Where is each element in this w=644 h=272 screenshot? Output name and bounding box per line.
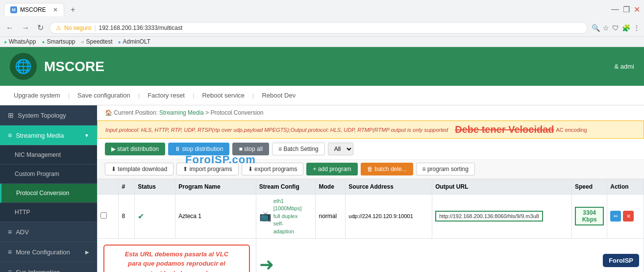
stream-icon: 📺	[259, 210, 272, 222]
start-distribution-button[interactable]: ▶ start distribution	[105, 143, 165, 155]
tab-favicon: M	[10, 6, 17, 13]
row-1-source: udp://224.120.120.9:10001	[346, 195, 432, 239]
url-annotation-text: Esta URL debemos pasarla al VLCpara que …	[103, 245, 250, 272]
maximize-button[interactable]: ❐	[623, 5, 630, 14]
col-speed: Speed	[572, 179, 607, 195]
shield-icon[interactable]: 🛡	[612, 24, 619, 32]
app-logo: 🌐	[10, 53, 37, 80]
adv-icon: ≡	[8, 228, 12, 236]
sidebar-item-http[interactable]: HTTP	[0, 203, 97, 222]
nav-reboot-dev[interactable]: Reboot Dev	[258, 90, 299, 101]
col-status: Status	[135, 179, 175, 195]
col-id: #	[119, 179, 135, 195]
arrow-right-icon: ➜	[259, 254, 274, 272]
row-1-delete-button[interactable]: ✕	[623, 211, 634, 222]
address-bar[interactable]: ⚠ No seguro | 192.168.200.136:3333/multi…	[50, 22, 588, 34]
security-label: No seguro	[64, 25, 91, 31]
main-layout: ⊞ System Topology ≡ Streaming Media ▼ NI…	[0, 105, 644, 272]
forward-button[interactable]: →	[20, 22, 31, 34]
search-icon[interactable]: 🔍	[592, 24, 600, 32]
url-text: 192.168.200.136:3333/multicast	[99, 25, 183, 31]
bookmark-whatsapp-label: WhatsApp	[9, 38, 36, 45]
more-icon[interactable]: ⋮	[633, 24, 640, 32]
more-config-icon: ≡	[8, 248, 12, 256]
sidebar-item-more-config[interactable]: ≡ More Configuration ▶	[0, 242, 97, 262]
browser-toolbar-icons: 🔍 ☆ 🛡 🧩 ⋮	[592, 24, 640, 32]
nav-save[interactable]: Save configuration	[74, 90, 134, 101]
extension-icon[interactable]: 🧩	[622, 24, 630, 32]
arrow-container: ➜	[259, 252, 641, 272]
nav-reboot[interactable]: Reboot service	[198, 90, 248, 101]
action-bar-2: ⬇ template download ⬆ import programs ⬇ …	[97, 160, 644, 179]
minimize-button[interactable]: —	[611, 5, 619, 14]
warning-text: Input protocol: HLS, HTTP, RTP, UDP, RTS…	[105, 127, 448, 133]
warning-bar: Input protocol: HLS, HTTP, RTP, UDP, RTS…	[97, 121, 644, 139]
row-1-edit-button[interactable]: ✏	[610, 211, 621, 222]
refresh-button[interactable]: ↻	[35, 21, 46, 34]
bookmark-speedtest-label: Speedtest	[86, 38, 113, 45]
close-button[interactable]: ✕	[634, 5, 640, 14]
sidebar-item-system-topology[interactable]: ⊞ System Topology	[0, 105, 97, 125]
row-1-program-name: Azteca 1	[175, 195, 256, 239]
program-sorting-button[interactable]: ≡ program sorting	[416, 163, 475, 175]
smartsupp-icon: ●	[42, 39, 45, 45]
sidebar: ⊞ System Topology ≡ Streaming Media ▼ NI…	[0, 105, 97, 272]
row-1-id: 8	[119, 195, 135, 239]
sidebar-label-http: HTTP	[15, 209, 30, 216]
col-mode: Mode	[316, 179, 346, 195]
sidebar-label-custom: Custom Program	[15, 171, 59, 177]
warning-suffix: AC encoding	[556, 127, 587, 133]
nav-factory[interactable]: Factory reset	[144, 90, 189, 101]
sidebar-item-nic-management[interactable]: NIC Management	[0, 146, 97, 165]
sidebar-item-custom-program[interactable]: Custom Program	[0, 165, 97, 184]
row-1-checkbox[interactable]	[100, 212, 107, 219]
nav-upgrade[interactable]: Upgrade system	[10, 90, 64, 101]
add-program-button[interactable]: + add program	[306, 163, 357, 175]
row-1-output-url: http://192.168.200.136:8060/hls/9/9.m3u8	[432, 195, 572, 239]
sidebar-item-protocol-conversion[interactable]: Protocol Conversion	[0, 184, 97, 203]
programs-table-container: # Status Program Name Stream Config Mode…	[97, 179, 644, 272]
row-1-speed: 3304 Kbps	[572, 195, 607, 239]
batch-delete-button[interactable]: 🗑 batch dele...	[361, 163, 413, 175]
bookmarks-bar: ● WhatsApp ● Smartsupp ○ Speedtest ▸ Adm…	[0, 36, 644, 47]
breadcrumb-streaming[interactable]: Streaming Media	[159, 109, 204, 116]
sys-info-icon: ≡	[8, 268, 12, 272]
bookmark-whatsapp[interactable]: ● WhatsApp	[4, 38, 36, 45]
new-tab-button[interactable]: +	[67, 4, 79, 16]
stop-all-button[interactable]: ■ stop all	[232, 143, 269, 155]
stop-distribution-button[interactable]: ⏸ stop distribution	[168, 143, 229, 155]
back-button[interactable]: ←	[4, 22, 16, 34]
batch-setting-button[interactable]: ≡ Batch Setting	[272, 143, 325, 155]
row-1-status: ✔	[138, 212, 144, 221]
speed-value: 3304	[579, 209, 600, 216]
bookmark-smartsupp[interactable]: ● Smartsupp	[42, 38, 75, 45]
site-watermark: ForoISP	[603, 254, 639, 267]
template-download-button[interactable]: ⬇ template download	[105, 163, 173, 175]
bookmark-adminolt[interactable]: ▸ AdminOLT	[119, 38, 150, 45]
address-separator: |	[94, 25, 96, 31]
app-header: 🌐 MSCORE & admi	[0, 47, 644, 86]
speed-unit: Kbps	[579, 216, 600, 223]
active-tab[interactable]: M MSCORE ✕	[4, 3, 64, 16]
filter-select[interactable]: All	[328, 143, 353, 155]
star-icon[interactable]: ☆	[603, 24, 609, 32]
tab-title: MSCORE	[20, 6, 46, 13]
row-1-speed-highlight: 3304 Kbps	[575, 207, 604, 225]
eth-speed: [1000Mbps]	[273, 205, 301, 212]
row-1-stream-config: 📺 eth1 [1000Mbps] full duplex self- adap…	[256, 195, 316, 239]
row-1-mode: normal	[316, 195, 346, 239]
sidebar-item-sys-information[interactable]: ≡ Sys Information	[0, 262, 97, 272]
sidebar-item-adv[interactable]: ≡ ADV	[0, 222, 97, 242]
import-programs-button[interactable]: ⬆ import programs	[176, 163, 239, 175]
bookmark-speedtest[interactable]: ○ Speedtest	[81, 38, 112, 45]
breadcrumb-current: Current Position:	[114, 109, 157, 116]
app-title: MSCORE	[44, 59, 615, 74]
col-program-name: Program Name	[175, 179, 256, 195]
close-tab-icon[interactable]: ✕	[53, 6, 58, 13]
eth-duplex: full duplex	[273, 213, 301, 220]
export-programs-button[interactable]: ⬇ export programs	[242, 163, 304, 175]
home-icon: 🏠	[105, 109, 112, 116]
browser-chrome: M MSCORE ✕ + — ❐ ✕ ← → ↻ ⚠ No seguro | 1…	[0, 0, 644, 47]
sidebar-item-streaming-media[interactable]: ≡ Streaming Media ▼	[0, 125, 97, 146]
eth-info: eth1 [1000Mbps] full duplex self- adapti…	[273, 198, 301, 235]
